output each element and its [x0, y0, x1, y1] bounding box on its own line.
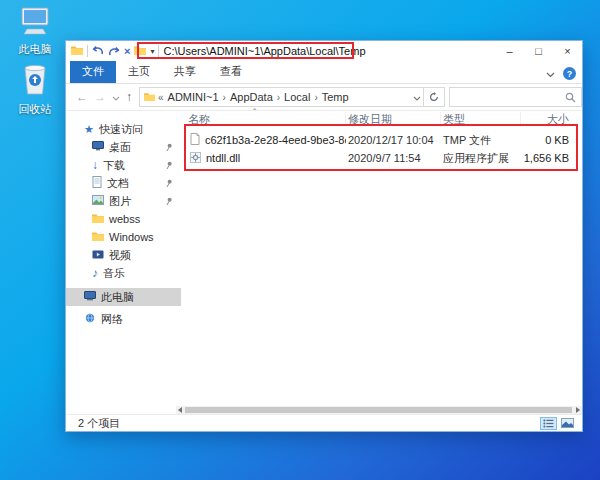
qat-customize-icon[interactable]: ▾ — [150, 47, 154, 56]
sidebar-item-this-pc[interactable]: 此电脑 — [66, 288, 181, 306]
dll-gear-icon — [190, 152, 201, 165]
forward-icon[interactable]: → — [94, 90, 106, 104]
title-bar[interactable]: × ▾ C:\Users\ADMINI~1\AppData\Local\Temp… — [66, 41, 582, 61]
tab-home[interactable]: 主页 — [116, 61, 162, 83]
sidebar-item-label: 快速访问 — [99, 122, 143, 137]
file-size: 0 KB — [521, 134, 569, 146]
undo-icon[interactable] — [92, 45, 104, 58]
redo-icon[interactable] — [108, 46, 120, 57]
sidebar-item-network[interactable]: 网络 — [66, 310, 181, 328]
tab-view[interactable]: 查看 — [208, 61, 254, 83]
navigation-bar: ← → ↑ « ADMINI~1 › AppData › Local › Tem… — [66, 84, 582, 111]
sidebar-item-webss[interactable]: webss — [66, 210, 181, 228]
file-date: 2020/12/17 10:04 — [346, 134, 441, 146]
up-icon[interactable]: ↑ — [126, 90, 132, 104]
this-pc-icon — [84, 291, 96, 303]
music-icon: ♪ — [92, 267, 98, 279]
help-icon[interactable]: ? — [563, 67, 576, 80]
file-date: 2020/9/7 11:54 — [346, 152, 441, 164]
sidebar-item-label: 桌面 — [109, 140, 131, 155]
sidebar-item-documents[interactable]: 文档 — [66, 174, 181, 192]
large-icons-view-button[interactable] — [559, 417, 576, 430]
file-type: 应用程序扩展 — [441, 151, 521, 166]
file-row-tmp[interactable]: c62f1b3a-2e28-4eed-9be3-8ea565d0... 2020… — [181, 131, 582, 149]
sidebar-item-downloads[interactable]: ↓ 下载 — [66, 156, 181, 174]
sidebar-item-videos[interactable]: 视频 — [66, 246, 181, 264]
column-header-size[interactable]: 大小 — [521, 112, 569, 127]
horizontal-scrollbar[interactable] — [176, 406, 582, 414]
column-header-name[interactable]: 名称 ˆ — [181, 112, 346, 127]
file-name: c62f1b3a-2e28-4eed-9be3-8ea565d0... — [205, 134, 346, 146]
network-icon — [84, 313, 96, 325]
back-icon[interactable]: ← — [76, 90, 88, 104]
sidebar-item-windows[interactable]: Windows — [66, 228, 181, 246]
breadcrumb-separator: › — [277, 92, 280, 103]
sidebar-item-desktop[interactable]: 桌面 — [66, 138, 181, 156]
refresh-button[interactable] — [424, 87, 445, 107]
tab-file[interactable]: 文件 — [70, 61, 116, 83]
pin-icon — [165, 142, 173, 154]
breadcrumb-segment[interactable]: Temp — [322, 91, 349, 103]
sidebar-item-label: 网络 — [101, 312, 123, 327]
sidebar-item-label: 此电脑 — [101, 290, 134, 305]
column-header-type[interactable]: 类型 — [441, 112, 521, 127]
ribbon-collapse-icon[interactable] — [546, 68, 555, 80]
column-headers: 名称 ˆ 修改日期 类型 大小 — [181, 111, 582, 127]
column-header-date[interactable]: 修改日期 — [346, 112, 441, 127]
videos-icon — [92, 249, 104, 261]
status-bar: 2 个项目 — [66, 414, 582, 431]
explorer-window: × ▾ C:\Users\ADMINI~1\AppData\Local\Temp… — [65, 40, 583, 432]
sidebar-item-label: 下载 — [103, 158, 125, 173]
divider — [87, 45, 88, 57]
this-pc-icon — [17, 6, 53, 40]
sidebar-item-label: 视频 — [109, 248, 131, 263]
ribbon-tabs: 文件 主页 共享 查看 ? — [66, 61, 582, 84]
file-list: 名称 ˆ 修改日期 类型 大小 c62f1b3a-2e28-4eed-9be3-… — [181, 111, 582, 406]
search-box[interactable] — [449, 87, 582, 107]
delete-icon[interactable]: × — [124, 46, 130, 57]
tab-share[interactable]: 共享 — [162, 61, 208, 83]
new-folder-icon[interactable] — [134, 45, 146, 57]
sidebar-item-quick-access[interactable]: ★ 快速访问 — [66, 120, 181, 138]
scroll-left-icon[interactable] — [176, 406, 184, 414]
breadcrumb-overflow[interactable]: « — [158, 92, 164, 103]
navigation-pane: ★ 快速访问 桌面 ↓ 下载 文档 图片 — [66, 111, 181, 406]
details-view-button[interactable] — [540, 417, 557, 430]
sidebar-item-pictures[interactable]: 图片 — [66, 192, 181, 210]
close-button[interactable]: × — [553, 41, 582, 61]
breadcrumb-segment[interactable]: Local — [284, 91, 310, 103]
sidebar-item-music[interactable]: ♪ 音乐 — [66, 264, 181, 282]
app-folder-icon — [71, 45, 83, 57]
desktop-icon-recycle-bin[interactable]: 回收站 — [5, 60, 65, 117]
desktop-icon-this-pc[interactable]: 此电脑 — [5, 6, 65, 57]
file-icon — [190, 133, 200, 147]
folder-icon — [92, 231, 104, 243]
document-icon — [92, 176, 102, 190]
scroll-right-icon[interactable] — [574, 406, 582, 414]
breadcrumb-separator: › — [223, 92, 226, 103]
sidebar-item-label: 音乐 — [103, 266, 125, 281]
address-dropdown-icon[interactable] — [413, 91, 421, 103]
search-input[interactable] — [450, 89, 566, 105]
scrollbar-thumb[interactable] — [185, 407, 572, 413]
breadcrumb-segment[interactable]: AppData — [230, 91, 273, 103]
sidebar-item-label: webss — [109, 213, 140, 225]
maximize-button[interactable]: □ — [524, 41, 553, 61]
pin-icon — [165, 160, 173, 172]
desktop-icon-label: 此电脑 — [19, 42, 52, 57]
file-type: TMP 文件 — [441, 133, 521, 148]
sidebar-item-label: Windows — [109, 231, 154, 243]
item-count: 2 个项目 — [78, 416, 120, 431]
breadcrumb-segment[interactable]: ADMINI~1 — [168, 91, 219, 103]
recycle-bin-icon — [18, 60, 52, 100]
sidebar-item-label: 图片 — [109, 194, 131, 209]
quick-access-star-icon: ★ — [84, 124, 94, 135]
recent-locations-icon[interactable] — [112, 91, 120, 103]
sort-ascending-icon: ˆ — [253, 108, 256, 119]
pin-icon — [165, 178, 173, 190]
file-name: ntdll.dll — [206, 152, 240, 164]
minimize-button[interactable]: – — [495, 41, 524, 61]
file-row-ntdll[interactable]: ntdll.dll 2020/9/7 11:54 应用程序扩展 1,656 KB — [181, 149, 582, 167]
address-bar[interactable]: « ADMINI~1 › AppData › Local › Temp — [139, 87, 424, 107]
address-folder-icon — [144, 91, 155, 103]
